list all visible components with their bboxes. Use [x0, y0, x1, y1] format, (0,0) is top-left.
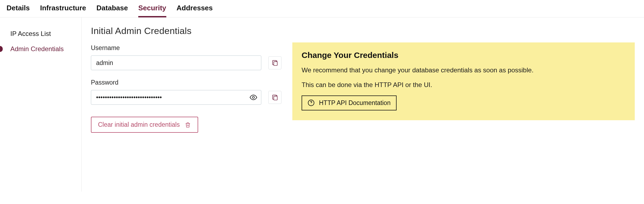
- copy-icon: [271, 94, 278, 101]
- sidebar-item-ip-access-list[interactable]: IP Access List: [0, 26, 81, 41]
- svg-point-1: [252, 96, 254, 98]
- tab-addresses[interactable]: Addresses: [177, 4, 213, 17]
- top-tabs: Details Infrastructure Database Security…: [0, 0, 644, 17]
- svg-rect-2: [274, 96, 277, 100]
- copy-username-button[interactable]: [268, 56, 281, 69]
- notice-body-1: We recommend that you change your databa…: [302, 66, 625, 75]
- password-label: Password: [91, 79, 281, 86]
- svg-point-4: [311, 104, 311, 104]
- eye-icon: [249, 93, 257, 101]
- clear-credentials-button[interactable]: Clear initial admin credentials: [91, 117, 198, 133]
- notice-title: Change Your Credentials: [302, 51, 625, 60]
- notice-body-2: This can be done via the HTTP API or the…: [302, 81, 625, 89]
- tab-database[interactable]: Database: [96, 4, 128, 17]
- clear-credentials-label: Clear initial admin credentials: [98, 121, 180, 128]
- copy-icon: [271, 59, 278, 66]
- password-input[interactable]: [91, 90, 261, 105]
- tab-details[interactable]: Details: [7, 4, 30, 17]
- change-credentials-notice: Change Your Credentials We recommend tha…: [292, 42, 635, 120]
- username-input[interactable]: [91, 55, 261, 70]
- tab-infrastructure[interactable]: Infrastructure: [40, 4, 86, 17]
- page-title: Initial Admin Credentials: [91, 26, 281, 36]
- toggle-password-visibility[interactable]: [249, 93, 257, 101]
- security-sidebar: IP Access List Admin Credentials: [0, 17, 82, 191]
- http-api-docs-button[interactable]: HTTP API Documentation: [302, 95, 397, 110]
- help-icon: [308, 99, 315, 106]
- svg-rect-0: [274, 62, 277, 66]
- main-content: Initial Admin Credentials Username: [82, 17, 644, 191]
- copy-password-button[interactable]: [268, 91, 281, 104]
- trash-icon: [185, 122, 191, 128]
- doc-button-label: HTTP API Documentation: [319, 99, 391, 107]
- sidebar-item-admin-credentials[interactable]: Admin Credentials: [0, 41, 81, 57]
- credentials-form: Initial Admin Credentials Username: [91, 26, 281, 183]
- tab-security[interactable]: Security: [138, 4, 166, 17]
- username-label: Username: [91, 44, 281, 52]
